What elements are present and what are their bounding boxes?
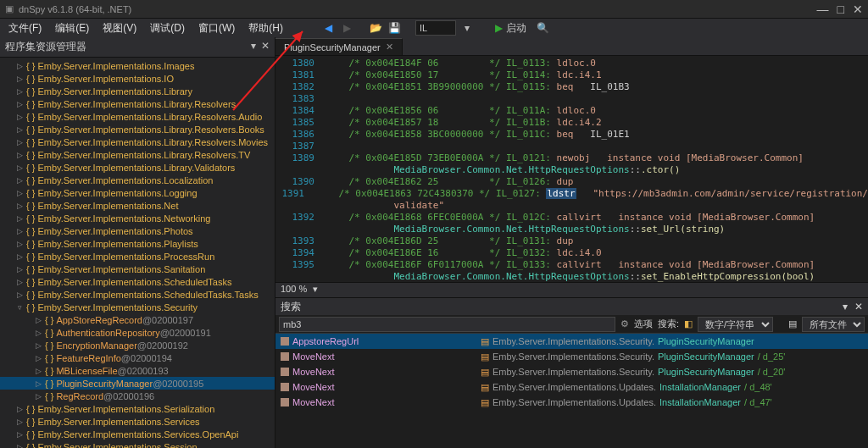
search-label: 搜索: [658,318,679,330]
editor-area: PluginSecurityManager ✕ 1380 /* 0x004E18… [275,37,868,448]
save-icon[interactable]: 💾 [387,20,402,36]
search-result-row[interactable]: MoveNext ▤Emby.Server.Implementations.Up… [275,379,868,395]
search-type-dropdown[interactable]: 数字/字符串 [698,317,773,332]
code-line[interactable]: 1386 /* 0x004E1858 3BC0000000 */ IL_011C… [275,129,868,141]
code-line[interactable]: 1387 [275,141,868,152]
search-result-row[interactable]: AppstoreRegUrl ▤Emby.Server.Implementati… [275,334,868,349]
tree-node[interactable]: ▷{ }Emby.Server.Implementations.Schedule… [0,275,275,288]
code-line[interactable]: MediaBrowser.Common.Net.HttpRequestOptio… [275,224,868,235]
filter-icon: ◧ [684,318,693,329]
tree-node[interactable]: ▷{ }Emby.Server.Implementations.Net [0,199,275,212]
options-label[interactable]: 选项 [634,318,653,330]
tree-node[interactable]: ▷{ }Emby.Server.Implementations.Library.… [0,97,275,110]
tree-node[interactable]: ▷{ }Emby.Server.Implementations.Photos [0,224,275,237]
options-icon[interactable]: ⚙ [620,318,629,329]
search-panel-close-icon[interactable]: ✕ [854,301,863,312]
code-line[interactable]: 1390 /* 0x004E1862 25 */ IL_0126: dup [275,176,868,188]
nav-back-icon[interactable]: ◀ [320,20,336,36]
start-button[interactable]: ▶ 启动 [490,21,531,36]
editor-tabbar: PluginSecurityManager ✕ [275,37,868,56]
code-line[interactable]: 1383 [275,93,868,105]
menu-view[interactable]: 视图(V) [97,19,142,37]
code-statusbar: 100 % ▾ [275,282,868,297]
open-icon[interactable]: 📂 [368,20,383,36]
code-line[interactable]: 1392 /* 0x004E1868 6FEC0E000A */ IL_012C… [275,212,868,224]
menubar: 文件(F) 编辑(E) 视图(V) 调试(D) 窗口(W) 帮助(H) ◀ ▶ … [0,19,868,37]
tree-node[interactable]: ▷{ }Emby.Server.Implementations.Schedule… [0,288,275,301]
menu-edit[interactable]: 编辑(E) [50,19,94,37]
zoom-dropdown-icon[interactable]: ▾ [313,284,318,294]
search-input[interactable] [279,317,615,332]
menu-help[interactable]: 帮助(H) [243,19,288,37]
code-line[interactable]: 1384 /* 0x004E1856 06 */ IL_011A: ldloc.… [275,105,868,117]
menu-file[interactable]: 文件(F) [3,19,47,37]
panel-close-icon[interactable]: ✕ [261,40,270,52]
tree-node[interactable]: ▷{ }FeatureRegInfo @02000194 [0,351,275,364]
search-scope-dropdown[interactable]: 所有文件 [802,317,865,332]
search-result-row[interactable]: MoveNext ▤Emby.Server.Implementations.Up… [275,395,868,410]
main-area: 程序集资源管理器 ▾ ✕ ▷{ }Emby.Server.Implementat… [0,37,868,448]
tree-node[interactable]: ▷{ }Emby.Server.Implementations.Services [0,415,275,428]
tree-node[interactable]: ▷{ }Emby.Server.Implementations.Serializ… [0,402,275,415]
assembly-explorer: 程序集资源管理器 ▾ ✕ ▷{ }Emby.Server.Implementat… [0,37,275,448]
tree-node[interactable]: ▷{ }Emby.Server.Implementations.Services… [0,428,275,440]
code-line[interactable]: MediaBrowser.Common.Net.HttpRequestOptio… [275,271,868,282]
assembly-tree[interactable]: ▷{ }Emby.Server.Implementations.Images▷{… [0,58,275,448]
tree-node[interactable]: ▷{ }Emby.Server.Implementations.Library.… [0,110,275,123]
tree-node[interactable]: ▿{ }Emby.Server.Implementations.Security [0,301,275,313]
code-line[interactable]: 1389 /* 0x004E185D 73EB0E000A */ IL_0121… [275,152,868,164]
code-line[interactable]: 1382 /* 0x004E1851 3B99000000 */ IL_0115… [275,81,868,93]
tree-node[interactable]: ▷{ }Emby.Server.Implementations.Library.… [0,136,275,148]
tree-node[interactable]: ▷{ }Emby.Server.Implementations.Library.… [0,123,275,136]
tab-close-icon[interactable]: ✕ [386,41,393,53]
tab-pluginsecuritymanager[interactable]: PluginSecurityManager ✕ [275,38,403,55]
tree-node[interactable]: ▷{ }Emby.Server.Implementations.Images [0,59,275,72]
code-line[interactable]: 1381 /* 0x004E1850 17 */ IL_0114: ldc.i4… [275,69,868,81]
tree-node[interactable]: ▷{ }AuthenticationRepository @02000191 [0,326,275,339]
titlebar: ▣ dnSpy v6.1.8 (64-bit, .NET) — □ ✕ [0,0,868,19]
nav-forward-icon[interactable]: ▶ [339,20,354,36]
scope-icon: ▤ [788,318,797,329]
code-line[interactable]: 1393 /* 0x004E186D 25 */ IL_0131: dup [275,235,868,247]
search-panel: 搜索 ▾ ✕ ⚙ 选项 搜索: ◧ 数字/字符串 ▤ 所有文件 Appstore… [275,297,868,448]
code-line[interactable]: 1395 /* 0x004E186F 6F0117000A */ IL_0133… [275,259,868,271]
search-result-row[interactable]: MoveNext ▤Emby.Server.Implementations.Se… [275,349,868,364]
panel-dropdown-icon[interactable]: ▾ [251,40,256,52]
minimize-button[interactable]: — [817,3,829,16]
tree-node[interactable]: ▷{ }Emby.Server.Implementations.Library.… [0,161,275,174]
dropdown-icon[interactable]: ▾ [459,20,475,36]
tree-node[interactable]: ▷{ }RegRecord @02000196 [0,390,275,402]
search-result-row[interactable]: MoveNext ▤Emby.Server.Implementations.Se… [275,364,868,379]
assembly-explorer-title: 程序集资源管理器 ▾ ✕ [0,37,275,58]
search-results[interactable]: AppstoreRegUrl ▤Emby.Server.Implementati… [275,334,868,448]
code-line[interactable]: 1391 /* 0x004E1863 72C4380370 */ IL_0127… [275,188,868,200]
tree-node[interactable]: ▷{ }Emby.Server.Implementations.ProcessR… [0,250,275,263]
code-line[interactable]: MediaBrowser.Common.Net.HttpRequestOptio… [275,164,868,176]
tree-node[interactable]: ▷{ }Emby.Server.Implementations.IO [0,72,275,85]
tree-node[interactable]: ▷{ }EncryptionManager @02000192 [0,339,275,351]
tree-node[interactable]: ▷{ }Emby.Server.Implementations.Logging [0,186,275,199]
language-selector[interactable] [415,20,456,36]
tree-node[interactable]: ▷{ }AppStoreRegRecord @02000197 [0,313,275,326]
tree-node[interactable]: ▷{ }Emby.Server.Implementations.Localiza… [0,174,275,186]
maximize-button[interactable]: □ [837,3,844,16]
code-line[interactable]: 1385 /* 0x004E1857 18 */ IL_011B: ldc.i4… [275,117,868,129]
menu-window[interactable]: 窗口(W) [193,19,240,37]
close-button[interactable]: ✕ [853,3,863,16]
tree-node[interactable]: ▷{ }Emby.Server.Implementations.Library.… [0,148,275,161]
tree-node[interactable]: ▷{ }Emby.Server.Implementations.Networki… [0,212,275,224]
tree-node[interactable]: ▷{ }Emby.Server.Implementations.Playlist… [0,237,275,250]
code-line[interactable]: validate" [275,200,868,212]
code-line[interactable]: 1380 /* 0x004E184F 06 */ IL_0113: ldloc.… [275,58,868,69]
code-editor[interactable]: 1380 /* 0x004E184F 06 */ IL_0113: ldloc.… [275,56,868,282]
tree-node[interactable]: ▷{ }Emby.Server.Implementations.Library [0,85,275,97]
tree-node[interactable]: ▷{ }Emby.Server.Implementations.Session [0,440,275,448]
search-panel-dropdown-icon[interactable]: ▾ [843,301,848,312]
tree-node[interactable]: ▷{ }MBLicenseFile @02000193 [0,364,275,377]
tree-node[interactable]: ▷{ }PluginSecurityManager @02000195 [0,377,275,390]
menu-debug[interactable]: 调试(D) [145,19,190,37]
tree-node[interactable]: ▷{ }Emby.Server.Implementations.Sanitati… [0,263,275,275]
search-icon[interactable]: 🔍 [535,20,550,36]
code-line[interactable]: 1394 /* 0x004E186E 16 */ IL_0132: ldc.i4… [275,247,868,259]
start-label: 启动 [506,21,526,36]
